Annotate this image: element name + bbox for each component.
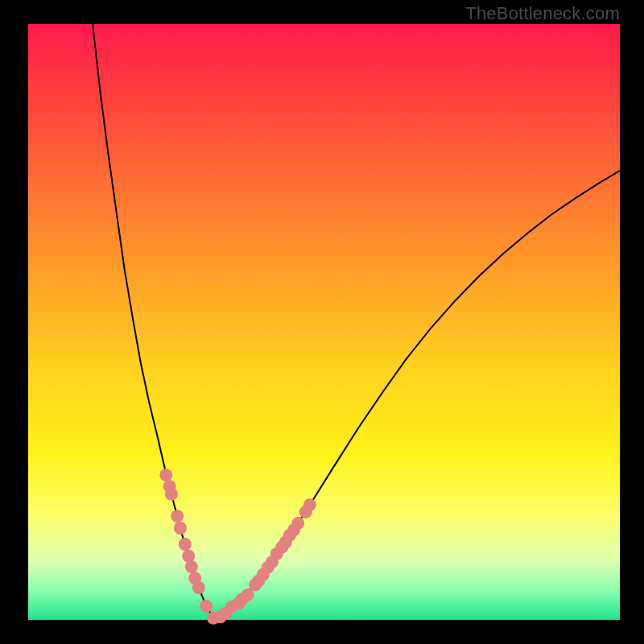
dot bbox=[242, 588, 254, 601]
dot bbox=[159, 469, 172, 481]
dot bbox=[192, 581, 205, 594]
dot bbox=[174, 522, 187, 535]
curve-left-curve bbox=[93, 24, 213, 618]
dot bbox=[171, 510, 184, 522]
chart-frame: TheBottleneck.com bbox=[0, 0, 644, 644]
dot bbox=[200, 600, 213, 613]
dot bbox=[291, 517, 304, 530]
dot bbox=[165, 488, 178, 501]
dot bbox=[303, 498, 316, 511]
dot bbox=[185, 560, 198, 573]
curves-layer bbox=[0, 0, 644, 644]
dot bbox=[179, 538, 192, 551]
watermark-text: TheBottleneck.com bbox=[465, 3, 620, 24]
